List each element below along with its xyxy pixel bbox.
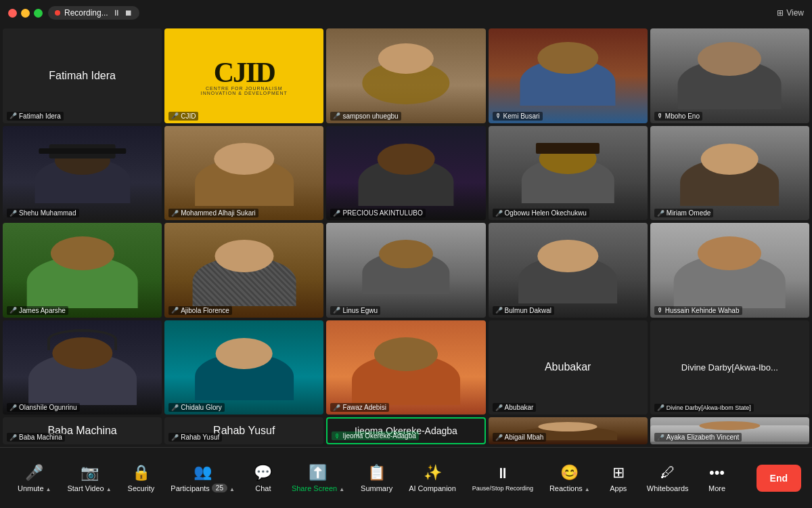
mic-muted-icon-8: 🎤 [333,210,340,217]
share-screen-icon: ⬆️ [309,464,327,482]
security-button[interactable]: 🔒 Security [121,460,162,496]
participant-label-21: 🎤 Baba Machina [7,433,65,442]
mic-muted-icon-22: 🎤 [171,434,179,441]
more-label: More [708,484,725,492]
view-label: View [786,8,804,18]
security-icon: 🔒 [132,464,150,482]
participants-button[interactable]: 👥 Participants 25 ▲ [164,459,242,496]
close-button[interactable] [8,9,17,18]
pause-stop-recording-button[interactable]: ⏸ Pause/Stop Recording [466,461,540,496]
participant-tile-16: 🎤 Olanshile Ogunrinu [3,320,162,415]
participants-label-area: Participants 25 ▲ [171,484,235,492]
whiteboards-icon: 🖊 [660,464,675,482]
participant-tile-6: 🎤 Shehu Muhammad [3,126,162,221]
participant-label-6: 🎤 Shehu Muhammad [7,209,79,217]
share-screen-label-area: Share Screen ▲ [292,484,344,492]
reactions-icon: 😊 [560,464,579,482]
pause-recording-label: Pause/Stop Recording [472,485,533,492]
reactions-label-area: Reactions ▲ [549,484,590,492]
mic-muted-icon-19: 🎤 [495,404,503,411]
participant-label-4: 🎙 Kemi Busari [493,112,543,121]
pause-recording-icon[interactable]: ⏸ [112,8,120,18]
apps-button[interactable]: ⊞ Apps [600,460,637,496]
unmute-chevron: ▲ [46,486,51,492]
mic-muted-icon-6: 🎤 [9,210,17,217]
mic-muted-icon-14: 🎤 [495,307,503,314]
mic-muted-icon-13: 🎤 [333,307,340,314]
share-screen-button[interactable]: ⬆️ Share Screen ▲ [285,460,351,496]
participant-label-13: 🎤 Linus Egwu [330,306,380,315]
mic-muted-icon-21: 🎤 [9,434,17,441]
stop-recording-icon[interactable]: ⏹ [125,8,133,18]
reactions-chevron: ▲ [585,486,590,492]
top-bar-left: Recording... ⏸ ⏹ [8,6,139,20]
summary-label: Summary [361,484,392,492]
camera-off-icon: 📷 [81,464,99,482]
participant-tile-9: 🎤 Ogbowu Helen Okechukwu [489,126,648,221]
unmute-button[interactable]: 🎤 Unmute ▲ [11,460,58,496]
whiteboards-label: Whiteboards [647,484,689,492]
mic-muted-icon-9: 🎤 [495,210,503,217]
ai-companion-label: AI Companion [409,484,456,492]
mic-muted-icon-3: 🎤 [333,112,340,119]
maximize-button[interactable] [34,9,43,18]
mic-muted-icon-18: 🎤 [333,404,340,411]
participant-label-15: 🎙 Hussain Kehinde Wahab [654,306,742,315]
apps-label: Apps [610,484,627,492]
recording-dot [55,10,60,16]
more-button[interactable]: ••• More [698,460,736,496]
cjid-logo-text: CJID [201,56,288,89]
top-bar: Recording... ⏸ ⏹ ⊞ View [0,0,812,26]
mic-muted-icon-16: 🎤 [9,404,17,411]
summary-button[interactable]: 📋 Summary [354,460,399,496]
participant-label-11: 🎤 James Aparshe [7,306,68,315]
participant-tile-15: 🎙 Hussain Kehinde Wahab [650,223,809,318]
view-button[interactable]: ⊞ View [777,8,804,18]
chat-button[interactable]: 💬 Chat [244,460,282,496]
ai-companion-button[interactable]: ✨ AI Companion [402,460,463,496]
participant-tile-10: 🎤 Miriam Omede [650,126,809,221]
mic-muted-icon-1: 🎤 [9,112,17,119]
apps-icon: ⊞ [612,464,625,482]
mic-on-icon-4: 🎙 [495,112,501,119]
participants-chevron: ▲ [229,486,235,492]
top-bar-right: ⊞ View [777,8,804,18]
participant-label-5: 🎙 Mboho Eno [654,112,702,121]
participant-tile-13: 🎤 Linus Egwu [326,223,485,318]
start-video-button[interactable]: 📷 Start Video ▲ [60,460,118,496]
mic-muted-icon-20: 🎤 [657,404,664,411]
mic-muted-icon-2: 🎤 [171,112,179,119]
recording-badge: Recording... ⏸ ⏹ [48,6,139,20]
ai-companion-icon: ✨ [424,464,442,482]
mic-muted-icon-25: 🎤 [657,434,664,441]
end-button[interactable]: End [757,465,801,492]
participant-label-8: 🎤 PRECIOUS AKINTULUBO [330,209,425,217]
summary-icon: 📋 [367,464,386,482]
participant-tile-1: Fatimah Idera 🎤 Fatimah Idera [3,28,162,123]
mic-muted-icon-17: 🎤 [171,404,179,411]
participant-label-16: 🎤 Olanshile Ogunrinu [7,403,80,412]
toolbar: 🎤 Unmute ▲ 📷 Start Video ▲ 🔒 Security 👥 … [0,447,812,508]
whiteboards-button[interactable]: 🖊 Whiteboards [640,460,696,496]
participant-tile-21: Baba Machina 🎤 Baba Machina [3,417,162,444]
participant-tile-12: 🎤 Ajibola Florence [164,223,323,318]
participant-tile-22: Rahab Yusuf 🎤 Rahab Yusuf [164,417,323,444]
participant-tile-17: 🎤 Chidalu Glory [164,320,323,415]
participant-tile-18: 🎤 Fawaz Adebisi [326,320,485,415]
reactions-button[interactable]: 😊 Reactions ▲ [543,460,597,496]
minimize-button[interactable] [21,9,30,18]
cjid-logo-bg: CJID CENTRE FOR JOURNALISMINNOVATION & D… [164,28,323,123]
mic-on-icon-5: 🎙 [657,112,663,119]
video-label-area: Start Video ▲ [67,484,111,492]
participant-label-18: 🎤 Fawaz Adebisi [330,403,388,412]
participant-tile-3: 🎤 sampson uhuegbu [326,28,485,123]
participant-label-12: 🎤 Ajibola Florence [168,306,232,315]
participant-label-24: 🎤 Abigail Mbah [493,433,547,442]
participant-label-22: 🎤 Rahab Yusuf [168,433,222,442]
reactions-label: Reactions [549,484,583,492]
participant-label-2: 🎤 CJID [168,112,198,121]
toolbar-left-group: 🎤 Unmute ▲ 📷 Start Video ▲ 🔒 Security 👥 … [11,459,736,496]
pause-stop-icon: ⏸ [495,465,510,482]
chat-icon: 💬 [254,464,272,482]
mic-muted-icon-10: 🎤 [657,210,664,217]
